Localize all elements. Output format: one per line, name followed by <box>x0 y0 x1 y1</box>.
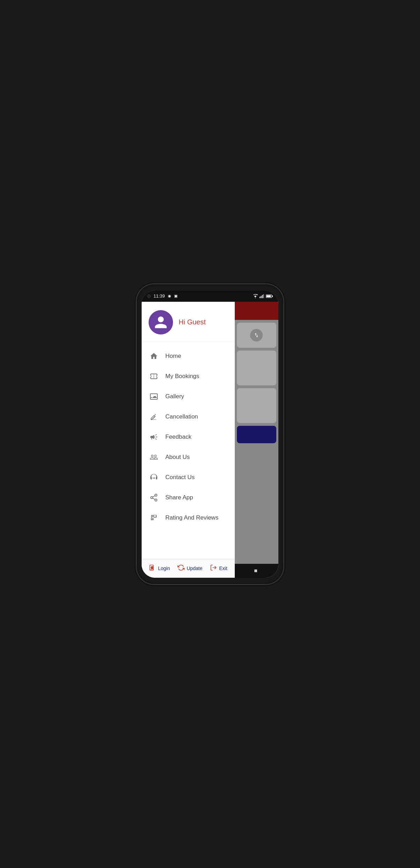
svg-rect-3 <box>263 294 264 298</box>
sidebar-item-contact-us[interactable]: Contact Us <box>142 467 235 487</box>
recents-button[interactable]: ■ <box>254 568 257 574</box>
screen-content: Hi Guest Home <box>142 302 278 578</box>
sidebar-item-home[interactable]: Home <box>142 346 235 366</box>
sidebar-item-my-bookings[interactable]: My Bookings <box>142 366 235 386</box>
svg-rect-13 <box>152 519 153 520</box>
share-icon <box>149 492 159 503</box>
status-left: 11:39 ◉ ▣ <box>147 293 178 299</box>
nav-list: Home My Bookings <box>142 345 235 559</box>
wifi-icon <box>253 294 258 298</box>
ticket-icon <box>149 371 159 382</box>
exit-icon <box>210 564 217 573</box>
svg-line-11 <box>153 496 155 497</box>
main-card-1 <box>237 323 276 348</box>
update-label: Update <box>187 566 202 571</box>
svg-line-10 <box>153 498 155 499</box>
avatar-icon <box>153 315 168 330</box>
svg-point-7 <box>155 494 157 496</box>
rating-icon <box>149 513 159 523</box>
svg-point-8 <box>151 497 153 499</box>
headset-icon <box>149 472 159 483</box>
sim-icon: ▣ <box>174 294 178 298</box>
sort-button <box>250 329 263 341</box>
update-icon <box>178 564 185 573</box>
svg-point-15 <box>151 567 152 568</box>
battery-icon <box>266 294 273 298</box>
sidebar-item-label-feedback: Feedback <box>165 433 192 440</box>
cancellation-icon <box>149 412 159 422</box>
sidebar-item-label-contact: Contact Us <box>165 474 195 481</box>
main-card-3 <box>237 388 276 423</box>
login-label: Login <box>158 566 170 571</box>
navigation-drawer: Hi Guest Home <box>142 302 235 578</box>
exit-button[interactable]: Exit <box>210 564 227 573</box>
sidebar-item-cancellation[interactable]: Cancellation <box>142 407 235 427</box>
svg-rect-1 <box>261 296 262 298</box>
status-right <box>253 294 273 298</box>
svg-rect-6 <box>272 295 273 297</box>
sidebar-item-label-bookings: My Bookings <box>165 373 199 380</box>
sidebar-item-gallery[interactable]: Gallery <box>142 386 235 407</box>
main-card-2 <box>237 351 276 385</box>
drawer-header: Hi Guest <box>142 302 235 342</box>
sidebar-item-rating-reviews[interactable]: Rating And Reviews <box>142 508 235 528</box>
about-us-icon <box>149 452 159 462</box>
camera-icon <box>147 294 151 298</box>
sidebar-item-label-share: Share App <box>165 494 193 501</box>
status-bar: 11:39 ◉ ▣ <box>142 291 278 302</box>
sidebar-item-label-about: About Us <box>165 454 190 461</box>
greeting-text: Hi Guest <box>179 318 206 326</box>
exit-label: Exit <box>219 566 227 571</box>
main-background <box>235 302 278 578</box>
sidebar-item-label-gallery: Gallery <box>165 393 184 400</box>
megaphone-icon <box>149 432 159 442</box>
sidebar-item-share-app[interactable]: Share App <box>142 487 235 508</box>
avatar <box>149 310 173 335</box>
time-display: 11:39 <box>153 293 165 299</box>
sidebar-item-about-us[interactable]: About Us <box>142 447 235 467</box>
svg-rect-2 <box>262 295 263 298</box>
update-button[interactable]: Update <box>178 564 202 573</box>
notification-icon: ◉ <box>168 294 171 298</box>
sidebar-item-feedback[interactable]: Feedback <box>142 427 235 447</box>
svg-rect-5 <box>266 295 271 297</box>
phone-screen: 11:39 ◉ ▣ <box>142 291 278 578</box>
home-icon <box>149 351 159 361</box>
sidebar-item-label-cancellation: Cancellation <box>165 413 198 420</box>
login-icon <box>149 564 156 573</box>
login-button[interactable]: Login <box>149 564 170 573</box>
svg-rect-0 <box>260 297 260 298</box>
sidebar-item-label-rating: Rating And Reviews <box>165 514 218 521</box>
svg-rect-12 <box>151 519 152 520</box>
phone-frame: 11:39 ◉ ▣ <box>137 284 283 584</box>
svg-point-9 <box>155 499 157 501</box>
signal-icon <box>260 294 264 298</box>
drawer-footer: Login Update <box>142 559 235 578</box>
main-top-bar <box>235 302 278 320</box>
main-blue-button <box>237 426 276 443</box>
sidebar-item-label-home: Home <box>165 353 181 360</box>
gallery-icon <box>149 391 159 402</box>
